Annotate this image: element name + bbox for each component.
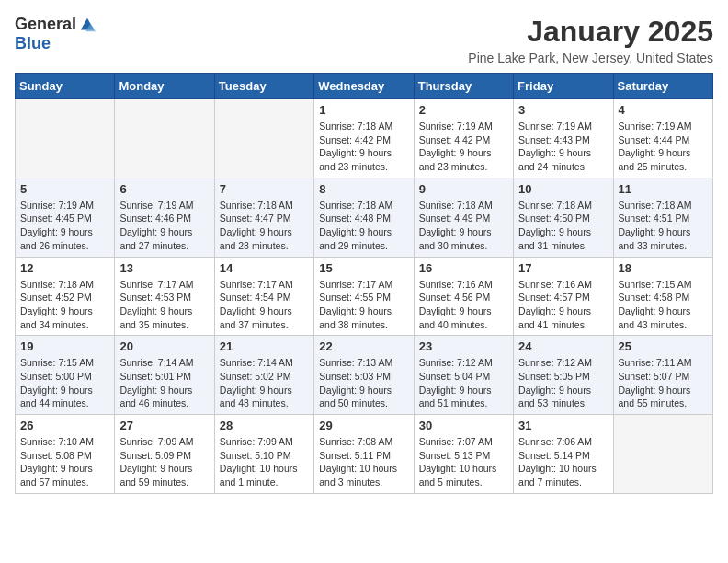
day-info: Sunrise: 7:15 AM Sunset: 4:58 PM Dayligh… <box>619 278 708 332</box>
day-cell: 22Sunrise: 7:13 AM Sunset: 5:03 PM Dayli… <box>314 336 414 415</box>
logo-blue-text: Blue <box>15 34 51 53</box>
day-number: 7 <box>220 182 309 196</box>
day-number: 14 <box>220 261 309 275</box>
day-info: Sunrise: 7:10 AM Sunset: 5:08 PM Dayligh… <box>20 435 109 489</box>
day-cell: 14Sunrise: 7:17 AM Sunset: 4:54 PM Dayli… <box>214 257 313 336</box>
day-number: 31 <box>518 419 608 432</box>
day-cell: 16Sunrise: 7:16 AM Sunset: 4:56 PM Dayli… <box>414 257 513 336</box>
day-number: 21 <box>220 339 309 353</box>
day-number: 25 <box>619 339 708 353</box>
day-number: 2 <box>419 103 508 117</box>
day-cell: 2Sunrise: 7:19 AM Sunset: 4:42 PM Daylig… <box>414 99 513 178</box>
day-cell: 6Sunrise: 7:19 AM Sunset: 4:46 PM Daylig… <box>115 178 214 257</box>
day-cell: 15Sunrise: 7:17 AM Sunset: 4:55 PM Dayli… <box>314 257 414 336</box>
day-number: 30 <box>419 419 508 432</box>
day-info: Sunrise: 7:11 AM Sunset: 5:07 PM Dayligh… <box>619 356 708 410</box>
day-info: Sunrise: 7:19 AM Sunset: 4:45 PM Dayligh… <box>20 199 109 253</box>
logo-general-text: General <box>15 15 76 34</box>
week-row-4: 19Sunrise: 7:15 AM Sunset: 5:00 PM Dayli… <box>16 336 713 415</box>
day-info: Sunrise: 7:13 AM Sunset: 5:03 PM Dayligh… <box>319 356 408 410</box>
day-number: 23 <box>419 339 508 353</box>
day-cell: 1Sunrise: 7:18 AM Sunset: 4:42 PM Daylig… <box>314 99 414 178</box>
day-info: Sunrise: 7:18 AM Sunset: 4:50 PM Dayligh… <box>518 199 608 253</box>
calendar: SundayMondayTuesdayWednesdayThursdayFrid… <box>15 73 713 494</box>
location: Pine Lake Park, New Jersey, United State… <box>468 51 713 65</box>
day-cell: 20Sunrise: 7:14 AM Sunset: 5:01 PM Dayli… <box>115 336 214 415</box>
day-cell: 7Sunrise: 7:18 AM Sunset: 4:47 PM Daylig… <box>214 178 313 257</box>
day-number: 20 <box>119 339 209 353</box>
day-info: Sunrise: 7:18 AM Sunset: 4:52 PM Dayligh… <box>20 278 109 332</box>
day-number: 24 <box>518 339 608 353</box>
week-row-3: 12Sunrise: 7:18 AM Sunset: 4:52 PM Dayli… <box>16 257 713 336</box>
title-section: January 2025 Pine Lake Park, New Jersey,… <box>468 15 713 65</box>
day-cell: 10Sunrise: 7:18 AM Sunset: 4:50 PM Dayli… <box>514 178 613 257</box>
day-info: Sunrise: 7:17 AM Sunset: 4:55 PM Dayligh… <box>319 278 408 332</box>
day-number: 18 <box>619 261 708 275</box>
day-info: Sunrise: 7:06 AM Sunset: 5:14 PM Dayligh… <box>518 435 608 489</box>
day-info: Sunrise: 7:16 AM Sunset: 4:57 PM Dayligh… <box>518 278 608 332</box>
week-row-2: 5Sunrise: 7:19 AM Sunset: 4:45 PM Daylig… <box>16 178 713 257</box>
day-cell: 3Sunrise: 7:19 AM Sunset: 4:43 PM Daylig… <box>514 99 613 178</box>
day-info: Sunrise: 7:08 AM Sunset: 5:11 PM Dayligh… <box>319 435 408 489</box>
day-info: Sunrise: 7:18 AM Sunset: 4:48 PM Dayligh… <box>319 199 408 253</box>
day-number: 6 <box>119 182 209 196</box>
day-number: 9 <box>419 182 508 196</box>
day-info: Sunrise: 7:12 AM Sunset: 5:04 PM Dayligh… <box>419 356 508 410</box>
day-cell: 21Sunrise: 7:14 AM Sunset: 5:02 PM Dayli… <box>214 336 313 415</box>
day-cell: 12Sunrise: 7:18 AM Sunset: 4:52 PM Dayli… <box>16 257 115 336</box>
day-cell: 25Sunrise: 7:11 AM Sunset: 5:07 PM Dayli… <box>613 336 712 415</box>
week-row-5: 26Sunrise: 7:10 AM Sunset: 5:08 PM Dayli… <box>16 415 713 494</box>
day-cell: 4Sunrise: 7:19 AM Sunset: 4:44 PM Daylig… <box>613 99 712 178</box>
day-cell <box>214 99 313 178</box>
weekday-header-row: SundayMondayTuesdayWednesdayThursdayFrid… <box>16 74 713 99</box>
month-title: January 2025 <box>468 15 713 49</box>
day-info: Sunrise: 7:07 AM Sunset: 5:13 PM Dayligh… <box>419 435 508 489</box>
day-info: Sunrise: 7:14 AM Sunset: 5:02 PM Dayligh… <box>220 356 309 410</box>
day-cell: 9Sunrise: 7:18 AM Sunset: 4:49 PM Daylig… <box>414 178 513 257</box>
day-info: Sunrise: 7:19 AM Sunset: 4:42 PM Dayligh… <box>419 120 508 174</box>
day-number: 28 <box>220 419 309 432</box>
day-cell: 13Sunrise: 7:17 AM Sunset: 4:53 PM Dayli… <box>115 257 214 336</box>
day-cell: 28Sunrise: 7:09 AM Sunset: 5:10 PM Dayli… <box>214 415 313 494</box>
day-cell <box>115 99 214 178</box>
day-cell: 24Sunrise: 7:12 AM Sunset: 5:05 PM Dayli… <box>514 336 613 415</box>
day-cell: 31Sunrise: 7:06 AM Sunset: 5:14 PM Dayli… <box>514 415 613 494</box>
day-info: Sunrise: 7:09 AM Sunset: 5:09 PM Dayligh… <box>119 435 209 489</box>
day-cell: 19Sunrise: 7:15 AM Sunset: 5:00 PM Dayli… <box>16 336 115 415</box>
weekday-header-friday: Friday <box>514 74 613 99</box>
day-info: Sunrise: 7:14 AM Sunset: 5:01 PM Dayligh… <box>119 356 209 410</box>
day-info: Sunrise: 7:19 AM Sunset: 4:43 PM Dayligh… <box>518 120 608 174</box>
logo-icon <box>79 17 96 33</box>
day-info: Sunrise: 7:15 AM Sunset: 5:00 PM Dayligh… <box>20 356 109 410</box>
day-cell: 26Sunrise: 7:10 AM Sunset: 5:08 PM Dayli… <box>16 415 115 494</box>
day-number: 26 <box>20 419 109 432</box>
day-info: Sunrise: 7:19 AM Sunset: 4:44 PM Dayligh… <box>619 120 708 174</box>
day-number: 15 <box>319 261 408 275</box>
day-number: 1 <box>319 103 408 117</box>
day-number: 11 <box>619 182 708 196</box>
day-info: Sunrise: 7:18 AM Sunset: 4:47 PM Dayligh… <box>220 199 309 253</box>
day-cell: 5Sunrise: 7:19 AM Sunset: 4:45 PM Daylig… <box>16 178 115 257</box>
weekday-header-tuesday: Tuesday <box>214 74 313 99</box>
day-number: 12 <box>20 261 109 275</box>
weekday-header-sunday: Sunday <box>16 74 115 99</box>
day-cell: 18Sunrise: 7:15 AM Sunset: 4:58 PM Dayli… <box>613 257 712 336</box>
day-number: 4 <box>619 103 708 117</box>
weekday-header-thursday: Thursday <box>414 74 513 99</box>
day-info: Sunrise: 7:17 AM Sunset: 4:54 PM Dayligh… <box>220 278 309 332</box>
day-cell: 27Sunrise: 7:09 AM Sunset: 5:09 PM Dayli… <box>115 415 214 494</box>
logo: General Blue <box>15 15 96 53</box>
day-info: Sunrise: 7:12 AM Sunset: 5:05 PM Dayligh… <box>518 356 608 410</box>
day-info: Sunrise: 7:18 AM Sunset: 4:42 PM Dayligh… <box>319 120 408 174</box>
day-number: 8 <box>319 182 408 196</box>
day-cell <box>613 415 712 494</box>
day-info: Sunrise: 7:16 AM Sunset: 4:56 PM Dayligh… <box>419 278 508 332</box>
day-number: 13 <box>119 261 209 275</box>
day-number: 3 <box>518 103 608 117</box>
day-cell: 11Sunrise: 7:18 AM Sunset: 4:51 PM Dayli… <box>613 178 712 257</box>
day-cell: 29Sunrise: 7:08 AM Sunset: 5:11 PM Dayli… <box>314 415 414 494</box>
day-number: 19 <box>20 339 109 353</box>
day-number: 17 <box>518 261 608 275</box>
day-number: 29 <box>319 419 408 432</box>
day-info: Sunrise: 7:18 AM Sunset: 4:51 PM Dayligh… <box>619 199 708 253</box>
